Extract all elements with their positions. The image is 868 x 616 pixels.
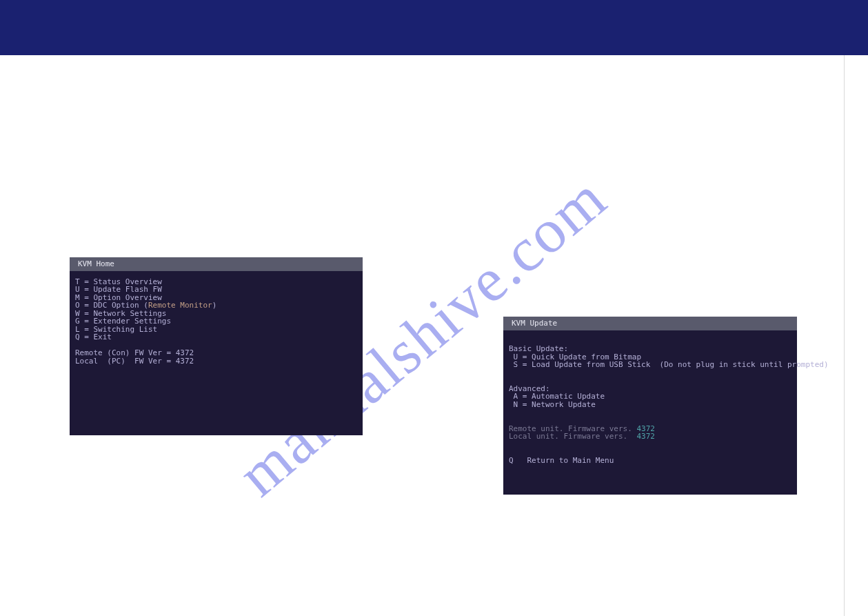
advanced-network: N = Network Update <box>509 400 596 409</box>
kvm-home-body: T = Status Overview U = Update Flash FW … <box>70 271 363 372</box>
top-banner <box>0 0 868 55</box>
menu-item-ddc-suffix: ) <box>212 301 217 310</box>
kvm-update-body: Basic Update: U = Quick Update from Bitm… <box>503 330 797 472</box>
local-fw-version: 4372 <box>636 432 655 441</box>
kvm-home-titlebar: KVM Home <box>70 257 363 271</box>
kvm-update-titlebar: KVM Update <box>503 317 797 330</box>
page-content: manualshive.com KVM Home T = Status Over… <box>0 55 845 616</box>
kvm-home-window: KVM Home T = Status Overview U = Update … <box>70 257 363 435</box>
kvm-update-window: KVM Update Basic Update: U = Quick Updat… <box>503 317 797 495</box>
local-fw-prefix: Local unit. Firmware vers. <box>509 432 636 441</box>
return-main-menu: Q Return to Main Menu <box>509 456 614 465</box>
basic-usb-update: S = Load Update from USB Stick (Do not p… <box>509 360 829 369</box>
fw-local: Local (PC) FW Ver = 4372 <box>75 357 194 366</box>
menu-item-exit: Q = Exit <box>75 332 112 341</box>
